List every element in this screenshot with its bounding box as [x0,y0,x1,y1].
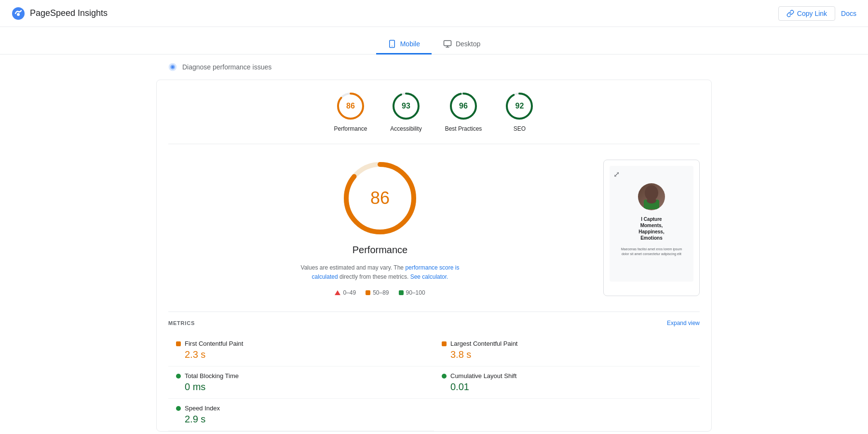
big-performance-score: 86 [370,188,390,208]
tab-desktop-label: Desktop [456,40,480,48]
svg-point-7 [172,66,174,68]
tab-mobile-label: Mobile [400,40,420,48]
tbt-value: 0 ms [176,381,426,393]
orange-square-icon [366,290,370,295]
copy-link-button[interactable]: Copy Link [778,6,835,21]
performance-title: Performance [353,244,408,256]
tbt-dot [176,374,181,379]
best-practices-score: 96 [459,102,468,110]
tabs-container: Mobile Desktop [0,27,868,54]
metric-cls: Cumulative Layout Shift 0.01 [434,366,700,399]
metric-tbt: Total Blocking Time 0 ms [168,366,434,399]
fcp-dot [176,341,181,346]
screenshot-headline: I Capture Moments, Happiness, Emotions [638,216,664,241]
docs-button[interactable]: Docs [841,10,856,17]
screenshot-title-line4: Emotions [638,235,664,241]
diagnose-icon [168,62,177,72]
expand-screenshot-icon[interactable]: ⤢ [613,170,620,179]
fcp-value: 2.3 s [176,349,426,360]
copy-link-label: Copy Link [797,10,827,17]
si-label: Speed Index [185,405,220,412]
metrics-section: METRICS Expand view First Contentful Pai… [168,312,700,431]
tab-mobile[interactable]: Mobile [376,35,432,54]
legend-orange-range: 50–89 [373,289,389,296]
app-title: PageSpeed Insights [30,8,108,18]
score-card-seo[interactable]: 92 SEO [505,92,534,132]
screenshot-title-line3: Happiness, [638,229,664,235]
person-avatar-icon [640,183,663,210]
cls-value: 0.01 [442,381,692,393]
cls-dot [442,374,447,379]
score-card-performance[interactable]: 86 Performance [334,92,367,132]
metrics-grid: First Contentful Paint 2.3 s Largest Con… [168,334,700,431]
performance-score: 86 [346,102,355,110]
legend-green: 90–100 [399,289,425,296]
legend-green-range: 90–100 [406,289,425,296]
cls-label: Cumulative Layout Shift [450,372,516,380]
metric-lcp-header: Largest Contentful Paint [442,340,692,347]
metric-si: Speed Index 2.9 s [168,399,434,431]
performance-left: 86 Performance Values are estimated and … [168,160,592,296]
lcp-dot [442,341,447,346]
pagespeed-logo-icon [12,7,25,20]
screenshot-subtext: Maecenas facilisi amet eros lorem ipsum … [617,247,686,257]
seo-label: SEO [514,125,526,132]
expand-view-button[interactable]: Expand view [667,320,700,326]
perf-desc-text1: Values are estimated and may vary. The [301,264,404,271]
mobile-icon [388,40,396,48]
performance-description: Values are estimated and may vary. The p… [288,263,472,282]
accessibility-label: Accessibility [390,125,421,132]
seo-score: 92 [515,102,524,110]
metric-cls-header: Cumulative Layout Shift [442,372,692,380]
legend-orange: 50–89 [366,289,389,296]
green-circle-icon [399,290,404,295]
tbt-label: Total Blocking Time [185,372,239,380]
metrics-title: METRICS [168,320,195,326]
screenshot-card: ⤢ I Capture Moments, Happiness, Emotions [603,160,700,296]
calculator-link[interactable]: See calculator. [410,273,448,280]
screenshot-title-line1: I Capture [638,216,664,222]
metric-si-header: Speed Index [176,405,426,412]
si-value: 2.9 s [176,414,426,425]
metrics-header: METRICS Expand view [168,320,700,326]
lcp-label: Largest Contentful Paint [450,340,517,347]
diagnose-text: Diagnose performance issues [182,63,271,71]
header-right: Copy Link Docs [778,6,856,21]
screenshot-preview: ⤢ I Capture Moments, Happiness, Emotions [610,166,693,282]
link-icon [787,10,794,17]
desktop-icon [443,40,452,48]
header-left: PageSpeed Insights [12,7,108,20]
svg-point-3 [392,46,393,47]
performance-label: Performance [334,125,367,132]
score-cards-row: 86 Performance 93 Accessibility [168,80,700,144]
diagnose-section: Diagnose performance issues [156,54,712,80]
metric-fcp-header: First Contentful Paint [176,340,426,347]
performance-detail-section: 86 Performance Values are estimated and … [168,144,700,312]
accessibility-circle: 93 [392,92,420,121]
legend-red-range: 0–49 [343,289,356,296]
seo-circle: 92 [505,92,534,121]
score-legend: 0–49 50–89 90–100 [335,289,425,296]
red-triangle-icon [335,290,340,295]
metric-tbt-header: Total Blocking Time [176,372,426,380]
best-practices-circle: 96 [449,92,478,121]
main-content: Diagnose performance issues 86 Performan… [145,54,723,434]
accessibility-score: 93 [402,102,410,110]
tab-desktop[interactable]: Desktop [432,35,492,54]
metric-fcp: First Contentful Paint 2.3 s [168,334,434,366]
best-practices-label: Best Practices [445,125,482,132]
legend-red: 0–49 [335,289,356,296]
score-card-accessibility[interactable]: 93 Accessibility [390,92,421,132]
lcp-value: 3.8 s [442,349,692,360]
score-card-best-practices[interactable]: 96 Best Practices [445,92,482,132]
fcp-label: First Contentful Paint [185,340,243,347]
si-dot [176,406,181,411]
svg-point-20 [647,198,656,203]
metric-lcp: Largest Contentful Paint 3.8 s [434,334,700,366]
header: PageSpeed Insights Copy Link Docs [0,0,868,27]
big-performance-circle: 86 [341,160,419,237]
results-card: 86 Performance 93 Accessibility [156,80,712,432]
perf-desc-text2: directly from these metrics. [339,273,410,280]
screenshot-avatar [638,183,665,210]
svg-point-1 [17,13,20,16]
